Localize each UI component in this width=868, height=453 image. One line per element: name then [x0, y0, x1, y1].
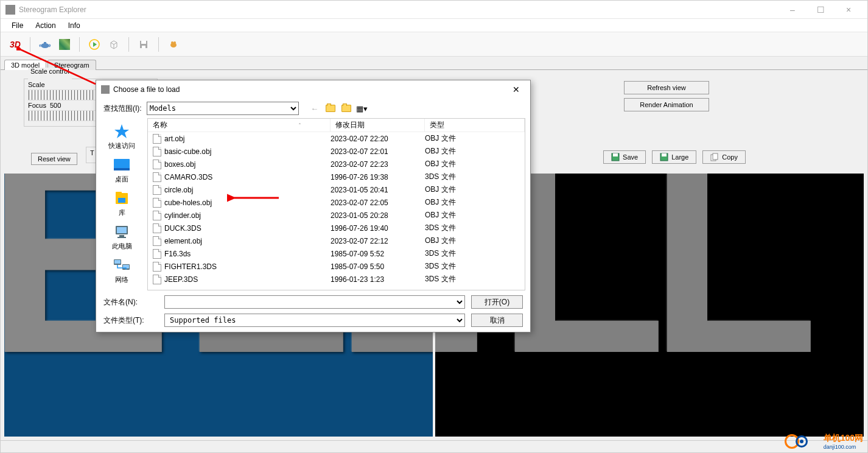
file-icon: [153, 172, 161, 182]
network-icon: [112, 257, 131, 274]
file-type: 3DS 文件: [425, 261, 525, 272]
window-title: Stereogram Explorer: [19, 5, 86, 14]
file-name: cylinder.obj: [164, 211, 201, 220]
file-icon: [153, 198, 161, 208]
file-row[interactable]: F16.3ds 1985-07-09 5:52 3DS 文件: [148, 247, 525, 260]
file-date: 2023-01-05 20:28: [331, 211, 425, 220]
file-date: 1985-07-09 5:52: [331, 250, 425, 258]
svg-line-28: [21, 50, 96, 84]
place-quick-access[interactable]: 快速访问: [99, 121, 144, 153]
toolbar-save-button[interactable]: [135, 36, 152, 53]
file-type: OBJ 文件: [425, 236, 525, 246]
file-date: 2023-02-07 22:01: [331, 147, 425, 156]
file-list-container: 名称ˆ 修改日期 类型 art.obj 2023-02-07 22:20 OBJ…: [147, 118, 525, 290]
file-row[interactable]: art.obj 2023-02-07 22:20 OBJ 文件: [148, 132, 525, 145]
place-this-pc[interactable]: 此电脑: [99, 221, 144, 253]
watermark-logo-icon: [785, 432, 821, 451]
svg-point-8: [173, 41, 176, 44]
file-row[interactable]: JEEP.3DS 1996-01-23 1:23 3DS 文件: [148, 273, 525, 286]
file-icon: [153, 160, 161, 169]
file-icon: [153, 211, 161, 220]
copy-icon: [710, 153, 719, 161]
maximize-button[interactable]: ☐: [807, 1, 835, 19]
watermark-url: danji100.com: [824, 444, 863, 450]
file-list[interactable]: art.obj 2023-02-07 22:20 OBJ 文件 basic-cu…: [148, 132, 525, 290]
file-name: F16.3ds: [164, 250, 191, 258]
file-row[interactable]: cylinder.obj 2023-01-05 20:28 OBJ 文件: [148, 209, 525, 222]
reset-view-button[interactable]: Reset view: [31, 153, 77, 165]
file-row[interactable]: boxes.obj 2023-02-07 22:23 OBJ 文件: [148, 158, 525, 170]
pc-icon: [112, 223, 131, 241]
file-date: 2023-02-07 22:20: [331, 135, 425, 143]
filename-input[interactable]: [164, 295, 465, 309]
libraries-icon: [112, 190, 131, 207]
file-icon: [153, 134, 161, 144]
watermark: 单机100网 danji100.com: [785, 432, 863, 451]
svg-rect-16: [114, 168, 130, 170]
cancel-button[interactable]: 取消: [471, 314, 523, 327]
file-date: 2023-02-07 22:05: [331, 198, 425, 207]
file-date: 1996-07-26 19:38: [331, 173, 425, 181]
file-icon: [153, 236, 161, 246]
up-folder-icon[interactable]: [324, 102, 337, 114]
large-button[interactable]: Large: [652, 150, 696, 164]
dialog-titlebar: Choose a file to load ✕: [96, 80, 530, 99]
menu-action[interactable]: Action: [29, 20, 61, 31]
file-row[interactable]: circle.obj 2023-01-05 20:41 OBJ 文件: [148, 183, 525, 196]
file-type: OBJ 文件: [425, 146, 525, 156]
new-folder-icon[interactable]: [340, 102, 352, 114]
menu-info[interactable]: Info: [62, 20, 86, 31]
header-date[interactable]: 修改日期: [331, 119, 425, 132]
dialog-title: Choose a file to load: [113, 85, 180, 94]
lookin-dropdown[interactable]: Models: [147, 102, 299, 115]
place-desktop[interactable]: 桌面: [99, 154, 144, 186]
back-icon[interactable]: ←: [309, 102, 321, 114]
right-panel: Refresh view Render Animation: [624, 81, 709, 111]
refresh-view-button[interactable]: Refresh view: [624, 81, 709, 94]
toolbar-cube-button[interactable]: [105, 36, 122, 53]
place-libraries[interactable]: 库: [99, 188, 144, 220]
focus-value: 500: [50, 102, 61, 109]
place-network[interactable]: 网络: [99, 255, 144, 287]
toolbar-bug-button[interactable]: [165, 36, 182, 53]
toolbar: 3D: [1, 32, 867, 57]
view-menu-icon[interactable]: ▦▾: [356, 102, 368, 114]
dialog-bottom: 文件名(N): 打开(O) 文件类型(T): Supported files 取…: [96, 290, 530, 332]
file-row[interactable]: CAMARO.3DS 1996-07-26 19:38 3DS 文件: [148, 170, 525, 183]
file-name: JEEP.3DS: [164, 275, 198, 284]
toolbar-separator: [158, 37, 159, 52]
open-button[interactable]: 打开(O): [471, 295, 523, 309]
places-bar: 快速访问 桌面 库 此电脑 网络: [96, 118, 147, 290]
file-date: 2023-02-07 22:12: [331, 237, 425, 245]
file-type: 3DS 文件: [425, 248, 525, 259]
file-row[interactable]: cube-holes.obj 2023-02-07 22:05 OBJ 文件: [148, 196, 525, 209]
file-row[interactable]: DUCK.3DS 1996-07-26 19:40 3DS 文件: [148, 222, 525, 234]
menu-file[interactable]: File: [5, 20, 29, 31]
svg-rect-4: [141, 41, 146, 44]
close-button[interactable]: ×: [835, 1, 863, 19]
svg-rect-1: [44, 42, 46, 44]
save-button[interactable]: Save: [603, 150, 646, 164]
svg-rect-14: [713, 153, 718, 160]
filetype-dropdown[interactable]: Supported files: [164, 314, 465, 327]
header-type[interactable]: 类型: [425, 119, 525, 132]
statusbar: [1, 440, 867, 452]
tabs-row: 3D model Stereogram: [1, 57, 867, 70]
svg-rect-5: [142, 46, 145, 48]
file-name: art.obj: [164, 135, 184, 143]
dialog-close-button[interactable]: ✕: [507, 82, 525, 97]
file-name: basic-cube.obj: [164, 147, 211, 156]
svg-rect-25: [114, 260, 121, 264]
file-row[interactable]: FIGHTER1.3DS 1985-07-09 5:50 3DS 文件: [148, 260, 525, 273]
render-animation-button[interactable]: Render Animation: [624, 98, 709, 111]
copy-button[interactable]: Copy: [702, 150, 746, 164]
header-name[interactable]: 名称ˆ: [148, 119, 331, 132]
file-row[interactable]: element.obj 2023-02-07 22:12 OBJ 文件: [148, 234, 525, 247]
file-icon: [153, 223, 161, 233]
file-icon: [153, 185, 161, 195]
file-name: element.obj: [164, 237, 202, 245]
file-row[interactable]: basic-cube.obj 2023-02-07 22:01 OBJ 文件: [148, 145, 525, 158]
minimize-button[interactable]: –: [779, 1, 807, 19]
file-type: 3DS 文件: [425, 223, 525, 233]
file-type: OBJ 文件: [425, 184, 525, 195]
